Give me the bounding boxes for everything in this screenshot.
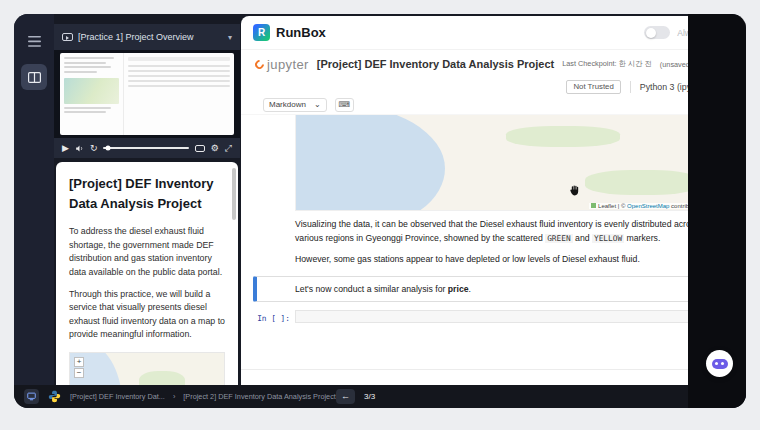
lesson-heading: [Project] DEF Inventory Data Analysis Pr… — [69, 174, 225, 213]
notebook-title[interactable]: [Project] DEF Inventory Data Analysis Pr… — [317, 58, 554, 70]
play-button[interactable]: ▶ — [62, 144, 69, 153]
notebook-menubar: Not Trusted Python 3 (ipykernel) — [241, 78, 745, 95]
not-trusted-badge[interactable]: Not Trusted — [566, 80, 620, 94]
python-icon[interactable] — [47, 389, 62, 404]
lesson-scrollbar[interactable] — [232, 168, 236, 220]
breadcrumb[interactable]: [Project] DEF Inventory Dat... — [70, 392, 165, 401]
osm-link[interactable]: OpenStreetMap — [627, 203, 669, 209]
progress-bar[interactable] — [103, 147, 188, 149]
player-controls: ▶ ↻ ⚙ ⤢ — [54, 138, 240, 158]
markdown-cell[interactable]: Visualizing the data, it can be observed… — [295, 218, 735, 246]
keyboard-icon[interactable]: ⌨ — [335, 98, 355, 112]
menu-icon[interactable] — [21, 28, 47, 54]
map-water — [295, 115, 445, 211]
markdown-cell[interactable]: However, some gas stations appear to hav… — [295, 253, 735, 267]
jupyter-moon-icon — [253, 58, 266, 71]
app-icon[interactable] — [24, 389, 39, 404]
selected-markdown-cell[interactable]: Let's now conduct a similar analysis for… — [253, 276, 735, 302]
cell-prompt: In [ ]: — [253, 310, 295, 323]
video-frame[interactable] — [54, 50, 240, 138]
video-map-thumb — [64, 78, 119, 104]
pan-hand-cursor — [568, 183, 581, 201]
left-panel: [Practice 1] Project Overview ▾ — [54, 14, 240, 385]
runbox-header: R RunBox Always on ⋮ — [241, 16, 745, 50]
participants-sidebar — [688, 14, 746, 408]
breadcrumb[interactable]: [Project 2] DEF Inventory Data Analysis … — [183, 392, 336, 401]
jupyter-logo: jupyter — [255, 57, 309, 72]
code-cell: In [ ]: — [253, 310, 735, 323]
inline-code: YELLOW — [592, 234, 624, 243]
volume-icon[interactable] — [75, 144, 84, 153]
chevron-down-icon: ⌄ — [314, 100, 321, 109]
notebook-toolbar: Markdown ⌄ ⌨ — [241, 95, 745, 115]
video-title: [Practice 1] Project Overview — [78, 32, 223, 42]
code-editor[interactable] — [295, 310, 735, 323]
gear-icon[interactable]: ⚙ — [211, 144, 219, 153]
inline-code: GREEN — [545, 234, 572, 243]
lesson-map[interactable]: + − — [69, 352, 225, 385]
always-on-toggle[interactable] — [644, 26, 670, 39]
resource-statusbar — [241, 369, 745, 385]
notebook-map-output[interactable]: Leaflet | © OpenStreetMap contributors ©… — [295, 115, 735, 211]
progress-handle[interactable] — [105, 146, 110, 151]
back-button[interactable]: ← — [336, 389, 355, 404]
left-rail — [14, 14, 54, 385]
zoom-out-button[interactable]: − — [74, 368, 84, 378]
video-icon — [62, 33, 73, 41]
app-window: [Practice 1] Project Overview ▾ — [14, 14, 746, 408]
runbox-logo: R — [253, 24, 270, 41]
breadcrumb-separator: › — [173, 392, 175, 401]
runbox-brand: RunBox — [276, 25, 326, 40]
page-indicator: 3/3 — [364, 392, 375, 401]
video-content — [60, 53, 234, 135]
lesson-paragraph: Through this practice, we will build a s… — [69, 288, 225, 343]
chevron-down-icon[interactable]: ▾ — [228, 33, 232, 42]
fullscreen-icon[interactable]: ⤢ — [225, 144, 232, 153]
zoom-in-button[interactable]: + — [74, 357, 84, 367]
lesson-paragraph: To address the diesel exhaust fluid shor… — [69, 225, 225, 280]
checkpoint-label: Last Checkpoint: 한 시간 전 — [562, 59, 652, 69]
lesson-panel: [Project] DEF Inventory Data Analysis Pr… — [56, 162, 238, 385]
replay-button[interactable]: ↻ — [90, 144, 98, 153]
main-panel: R RunBox Always on ⋮ jupyter [Project] D… — [241, 16, 745, 385]
video-title-bar[interactable]: [Practice 1] Project Overview ▾ — [54, 24, 240, 50]
captions-icon[interactable] — [195, 145, 205, 152]
book-icon[interactable] — [21, 64, 47, 90]
notebook-header: jupyter [Project] DEF Inventory Data Ana… — [241, 50, 745, 78]
cell-type-select[interactable]: Markdown ⌄ — [263, 98, 327, 112]
taskbar: [Project] DEF Inventory Dat... › [Projec… — [14, 385, 746, 408]
assistant-button[interactable] — [706, 350, 733, 377]
content-row: [Practice 1] Project Overview ▾ — [14, 14, 746, 385]
robot-icon — [712, 359, 728, 369]
notebook-area: Leaflet | © OpenStreetMap contributors ©… — [241, 115, 745, 369]
toggle-knob — [646, 28, 656, 38]
